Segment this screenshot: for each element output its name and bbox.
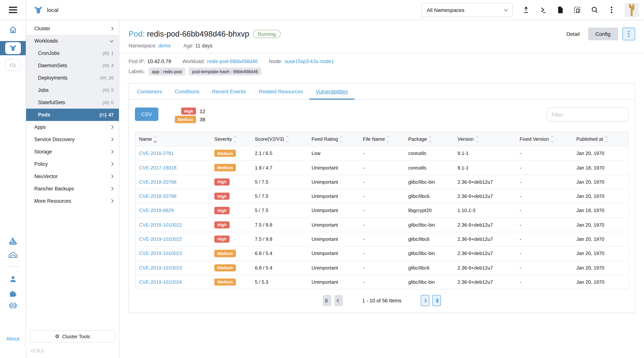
import-yaml-icon[interactable]	[522, 6, 530, 14]
sidebar-item-cluster[interactable]: Cluster	[26, 22, 119, 35]
cve-link[interactable]: CVE-2019-1010022	[139, 222, 182, 228]
active-cluster-button[interactable]	[0, 41, 26, 55]
sidebar-item-daemonsets[interactable]: DaemonSets4	[26, 59, 119, 72]
workload-link[interactable]: redis-pod-66bb498d46	[207, 59, 258, 64]
cve-link[interactable]: CVE-2019-1010024	[139, 279, 182, 285]
sort-up-icon	[234, 136, 237, 139]
sidebar-item-neuvector[interactable]: NeuVector	[26, 170, 119, 183]
sidebar-group-header-workloads[interactable]: Workloads	[26, 35, 119, 47]
cell-version: 9.1-1	[454, 160, 516, 175]
sidebar-item-policy[interactable]: Policy	[26, 158, 119, 170]
cell-published-at: Jan 20, 1970	[573, 275, 628, 289]
sort-up-icon	[340, 136, 343, 139]
namespace-label: Namespace:	[128, 43, 157, 49]
namespace-link[interactable]: demo	[158, 43, 171, 49]
csv-download-button[interactable]: CSV	[135, 107, 158, 121]
filter-input[interactable]	[547, 107, 629, 122]
table-row: CVE-2017-18018Medium1.9 / 4.7Unimportant…	[135, 160, 628, 175]
detail-button[interactable]: Detail	[562, 28, 584, 40]
cve-link[interactable]: CVE-2017-18018	[139, 165, 176, 170]
column-header-name[interactable]: Name	[135, 132, 211, 146]
column-header-version[interactable]: Version	[454, 132, 516, 146]
cell-published-at: Jan 20, 1970	[573, 261, 628, 275]
config-button[interactable]: Config	[588, 28, 618, 40]
next-page-button[interactable]	[421, 295, 429, 306]
table-row: CVE-2019-1010023Medium6.8 / 5.4Unimporta…	[135, 261, 628, 275]
tab-related-resources[interactable]: Related Resources	[252, 84, 309, 99]
cell-score: 6.8 / 5.4	[251, 246, 308, 261]
column-header-file-name[interactable]: File Name	[359, 132, 404, 146]
cell-score: 2.1 / 6.5	[251, 146, 308, 160]
cve-link[interactable]: CVE-2019-1010023	[139, 265, 182, 270]
tab-recent-events[interactable]: Recent Events	[206, 84, 252, 99]
sort-carets-icon	[429, 137, 432, 142]
column-header-published-at[interactable]: Published at	[573, 132, 628, 146]
first-page-button[interactable]	[323, 295, 331, 306]
cluster-c1-button[interactable]: C1	[5, 59, 21, 71]
namespace-select[interactable]: All Namespaces	[421, 3, 513, 17]
extensions-puzzle-icon[interactable]	[8, 288, 18, 297]
cell-name: CVE-2019-1010022	[135, 232, 211, 246]
page-title-row: Pod:redis-pod-66bb498d46-bhxvp Running D…	[128, 28, 635, 40]
locale-globe-icon[interactable]	[8, 301, 18, 310]
about-link[interactable]: About	[0, 336, 26, 341]
sidebar-item-deployments[interactable]: Deployments26	[26, 72, 119, 84]
column-header-fixed-version[interactable]: Fixed Version	[516, 132, 573, 146]
cve-link[interactable]: CVE-2018-20796	[139, 193, 176, 199]
user-avatar[interactable]	[624, 3, 639, 17]
node-label: Node:	[269, 59, 282, 64]
fleet-sailboat-icon[interactable]	[8, 237, 18, 246]
sidebar-item-storage[interactable]: Storage	[26, 146, 119, 158]
cve-link[interactable]: CVE-2019-1010022	[139, 236, 182, 242]
sidebar-item-cronjobs[interactable]: CronJobs1	[26, 47, 119, 59]
namespace-select-value: All Namespaces	[427, 7, 464, 13]
sidebar-item-jobs[interactable]: Jobs5	[26, 84, 119, 96]
cve-link[interactable]: CVE-2018-20796	[139, 179, 176, 185]
cell-feed-rating: Unimportant	[308, 204, 359, 218]
cell-fixed-version: -	[516, 232, 573, 246]
sort-carets-icon	[154, 137, 156, 142]
kubeconfig-file-icon[interactable]	[556, 6, 564, 14]
tab-conditions[interactable]: Conditions	[168, 84, 206, 99]
column-header-package[interactable]: Package	[404, 132, 454, 146]
sort-down-icon	[387, 139, 390, 142]
deployments-count: 26	[108, 75, 114, 80]
prev-page-button[interactable]	[334, 295, 343, 306]
user-person-icon[interactable]	[8, 275, 17, 284]
last-page-button[interactable]	[432, 295, 441, 306]
search-icon[interactable]	[590, 6, 598, 14]
column-header-severity[interactable]: Severity	[211, 132, 251, 146]
node-link[interactable]: suse15sp3-k3s-node1	[284, 59, 334, 64]
cve-link[interactable]: CVE-2016-2781	[139, 151, 174, 156]
pod-meta-row: Pod IP:10.42.0.79 Workload:redis-pod-66b…	[128, 59, 635, 64]
sidebar-item-rancher-backups[interactable]: Rancher Backups	[26, 183, 119, 195]
sidebar-item-apps[interactable]: Apps	[26, 121, 119, 133]
home-icon[interactable]	[8, 25, 17, 34]
sidebar-item-more-resources[interactable]: More Resources	[26, 195, 119, 207]
label-pill: app : redis-pod	[148, 68, 185, 75]
sidebar-item-service-discovery[interactable]: Service Discovery	[26, 133, 119, 146]
sidebar-item-statefulsets[interactable]: StatefulSets0	[26, 96, 119, 109]
sidebar-item-pods[interactable]: Pods47	[26, 109, 119, 121]
cell-published-at: Jan 20, 1970	[573, 218, 628, 232]
status-badge: Running	[253, 30, 281, 38]
cell-score: 5 / 5.3	[251, 275, 308, 289]
table-row: CVE-2018-6829High5 / 7.5Unimportant-libg…	[135, 204, 628, 218]
tab-vulnerabilities[interactable]: Vulnerabilities	[309, 84, 354, 99]
harvester-barn-icon[interactable]	[8, 250, 18, 260]
cve-link[interactable]: CVE-2019-1010023	[139, 251, 182, 256]
column-header-feed-rating[interactable]: Feed Rating	[308, 132, 359, 146]
resource-actions-button[interactable]	[622, 28, 635, 40]
hamburger-icon[interactable]	[9, 7, 17, 13]
rancher-cluster-logo-icon	[5, 42, 21, 54]
tab-containers[interactable]: Containers	[130, 84, 168, 99]
main-menu-button[interactable]	[0, 0, 26, 20]
sort-up-icon	[286, 136, 289, 139]
column-header-score-v2-v3-[interactable]: Score(V2/V3)	[251, 132, 308, 146]
cve-link[interactable]: CVE-2018-6829	[139, 208, 174, 213]
cluster-tools-button[interactable]: ⚙ Cluster Tools	[30, 330, 115, 342]
kebab-menu-icon[interactable]	[608, 6, 616, 14]
kubectl-shell-icon[interactable]	[539, 6, 547, 14]
copy-kubeconfig-icon[interactable]	[573, 6, 582, 14]
cell-severity: High	[211, 189, 251, 204]
